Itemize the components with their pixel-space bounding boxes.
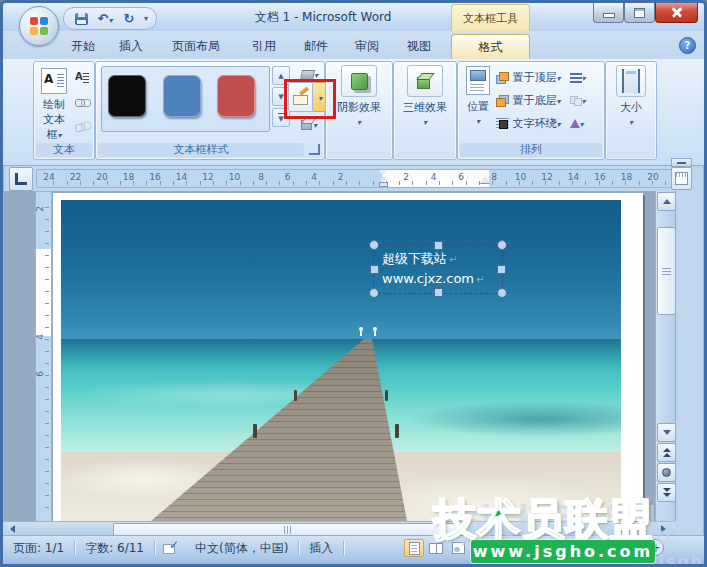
threed-effects-button[interactable]: 三维效果 <box>397 65 453 141</box>
group-3d-effects: 三维效果 <box>393 61 457 160</box>
rotate-button[interactable] <box>570 117 584 130</box>
pier-post <box>253 424 257 438</box>
right-indent-marker[interactable] <box>480 176 490 183</box>
tab-stop-selector[interactable] <box>9 167 33 191</box>
vertical-scroll-thumb[interactable] <box>657 227 676 315</box>
close-button[interactable] <box>655 3 698 23</box>
break-link-button[interactable] <box>72 116 92 136</box>
group-objects-icon <box>570 96 582 106</box>
view-fullscreen-reading-button[interactable] <box>426 539 446 557</box>
document-page[interactable]: 超级下载站↵ www.cjxz.com↵ <box>53 193 643 521</box>
language-indicator[interactable]: 中文(简体，中国) <box>185 540 298 557</box>
group-objects-button[interactable] <box>570 94 586 107</box>
style-swatch-blue[interactable] <box>163 75 201 117</box>
scroll-down-button[interactable] <box>657 423 676 442</box>
h-ruler[interactable]: 242220181614121086422468101214161820 <box>36 169 673 188</box>
ruler-number: 8 <box>491 172 497 182</box>
position-button[interactable]: 位置 <box>462 65 494 141</box>
create-link-button[interactable] <box>72 92 92 112</box>
style-swatch-red[interactable] <box>217 75 255 117</box>
v-ruler[interactable]: 246 <box>35 191 52 521</box>
resize-handle-se[interactable] <box>497 288 507 298</box>
tab-references[interactable]: 引用 <box>241 34 287 59</box>
ruler-number: 2 <box>403 172 409 182</box>
view-web-layout-button[interactable] <box>448 539 468 557</box>
tab-insert[interactable]: 插入 <box>109 34 153 59</box>
previous-page-button[interactable] <box>657 443 676 462</box>
select-browse-object-button[interactable] <box>657 463 676 482</box>
undo-caret-icon <box>108 12 112 26</box>
tab-review[interactable]: 审阅 <box>343 34 391 59</box>
resize-handle-e[interactable] <box>497 265 506 274</box>
resize-handle-n[interactable] <box>434 241 443 250</box>
undo-button[interactable]: ↶ <box>96 11 114 27</box>
resize-handle-ne[interactable] <box>497 240 507 250</box>
spellcheck-icon[interactable] <box>163 542 177 554</box>
shape-fill-button[interactable] <box>292 65 326 83</box>
page-indicator[interactable]: 页面: 1/1 <box>3 540 74 557</box>
pencil-outline-icon <box>293 90 308 105</box>
qat-customize-button[interactable]: ▾ <box>144 14 148 23</box>
dropdown-caret-icon <box>57 128 61 141</box>
dropdown-caret-icon <box>423 115 427 128</box>
tab-page-layout[interactable]: 页面布局 <box>157 34 235 59</box>
view-print-layout-button[interactable] <box>404 539 424 557</box>
change-shape-button[interactable] <box>292 114 326 134</box>
restore-icon <box>634 8 645 18</box>
send-to-back-button[interactable]: 置于底层 <box>496 93 561 108</box>
shape-outline-button[interactable] <box>288 82 313 112</box>
text-wrap-icon <box>496 118 509 130</box>
text-wrapping-button[interactable]: 文字环绕 <box>496 116 561 131</box>
bring-to-front-button[interactable]: 置于顶层 <box>496 70 561 85</box>
office-button[interactable] <box>19 6 59 46</box>
dropdown-caret-icon <box>357 115 361 128</box>
tab-format[interactable]: 格式 <box>451 34 530 60</box>
word-count[interactable]: 字数: 6/11 <box>75 540 154 557</box>
selected-textbox[interactable]: 超级下载站↵ www.cjxz.com↵ <box>373 244 503 294</box>
indent-marker[interactable] <box>378 170 389 187</box>
scroll-left-button[interactable] <box>5 523 20 535</box>
redo-button[interactable]: ↻ <box>120 11 138 27</box>
next-page-button[interactable] <box>657 483 676 502</box>
3d-cube-icon <box>417 73 433 89</box>
minimize-button[interactable] <box>593 3 624 23</box>
ruler-number: 4 <box>431 172 437 182</box>
text-direction-button[interactable] <box>72 68 92 88</box>
pier-post <box>294 390 297 401</box>
document-area: 246 超级下载站↵ www.cjxz.com↵ <box>4 191 676 521</box>
shadow-effects-button[interactable]: 阴影效果 <box>329 65 389 141</box>
ruler-icon <box>675 172 688 185</box>
restore-button[interactable] <box>624 3 655 23</box>
style-swatch-black[interactable] <box>108 75 146 117</box>
resize-handle-sw[interactable] <box>369 288 379 298</box>
align-button[interactable] <box>570 71 586 84</box>
scroll-right-button[interactable] <box>656 523 671 535</box>
ribbon-tab-row: 开始 插入 页面布局 引用 邮件 审阅 视图 格式 <box>3 31 704 59</box>
change-shape-icon <box>301 118 313 130</box>
save-button[interactable] <box>72 11 90 27</box>
ruler-row: 242220181614121086422468101214161820 <box>3 165 704 191</box>
insert-mode-indicator[interactable]: 插入 <box>299 540 343 557</box>
resize-handle-w[interactable] <box>370 265 379 274</box>
style-gallery <box>101 66 270 132</box>
ruler-number: 12 <box>202 172 213 182</box>
size-button[interactable]: 大小 <box>609 65 653 141</box>
horizontal-scrollbar[interactable] <box>3 521 675 536</box>
dialog-launcher-button[interactable] <box>309 144 320 155</box>
resize-handle-s[interactable] <box>434 288 443 297</box>
resize-handle-nw[interactable] <box>369 240 379 250</box>
ruler-toggle-button[interactable] <box>671 167 692 190</box>
scroll-up-button[interactable] <box>657 192 676 211</box>
split-window-handle[interactable] <box>671 158 692 167</box>
send-back-icon <box>496 95 509 107</box>
window-title: 文档 1 - Microsoft Word <box>183 9 463 26</box>
tab-view[interactable]: 视图 <box>395 34 443 59</box>
dropdown-caret-icon <box>318 90 322 104</box>
draw-textbox-button[interactable]: 绘制 文本框 <box>38 66 70 142</box>
help-button[interactable]: ? <box>679 37 696 54</box>
tab-home[interactable]: 开始 <box>61 34 105 59</box>
reading-view-icon <box>429 543 443 554</box>
vertical-scrollbar[interactable] <box>655 191 675 521</box>
tab-mailings[interactable]: 邮件 <box>293 34 339 59</box>
beach-photo[interactable]: 超级下载站↵ www.cjxz.com↵ <box>61 200 621 521</box>
